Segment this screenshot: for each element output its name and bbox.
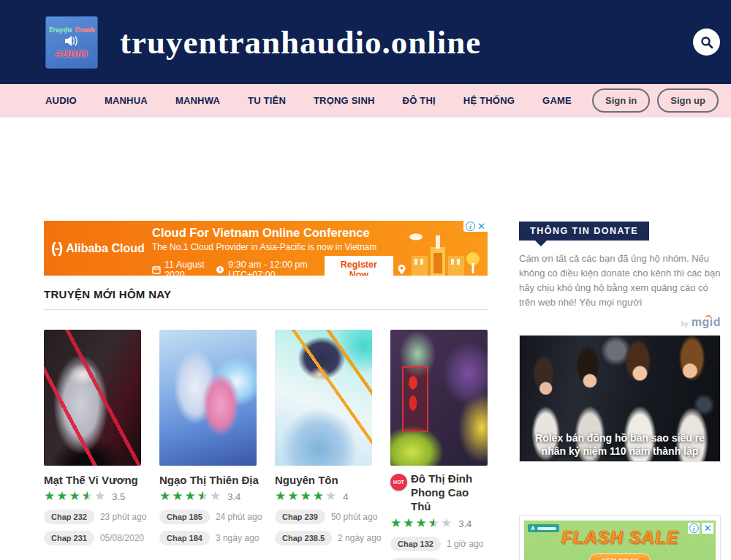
comic-cover[interactable]: [390, 330, 488, 466]
ad-close-icon[interactable]: ✕: [704, 523, 712, 533]
chapter-button[interactable]: Chap 132: [390, 537, 441, 551]
mgid-attribution[interactable]: by mgid: [519, 316, 721, 329]
sidebar: THÔNG TIN DONATE Cám ơn tất cả các bạn đ…: [519, 222, 721, 560]
chapter-button[interactable]: Chap 239: [275, 510, 325, 524]
chapter-time: 23 phút ago: [100, 512, 146, 522]
comic-title[interactable]: Ngạo Thị Thiên Địa: [159, 474, 257, 486]
speaker-icon: [64, 35, 79, 47]
site-header: Truyện Tranh AUDIO truyentranhaudio.onli…: [0, 0, 731, 84]
nav-item-manhwa[interactable]: MANHWA: [175, 95, 220, 106]
comic-grid: Mạt Thế Vi Vương ★★★★★★ 3.5 Chap 232 23 …: [44, 330, 488, 560]
banner-meta-row: 11 August 2020 9:30 am - 12:00 pm UTC+07…: [152, 256, 406, 276]
nav-item-audio[interactable]: AUDIO: [45, 95, 77, 106]
calendar-icon: [152, 265, 161, 274]
banner-brand-name: Alibaba Cloud: [66, 242, 145, 255]
flash-sale-ad[interactable]: A i ✕ FLASH SALE XEM NGAY: [519, 515, 721, 560]
chapter-button[interactable]: Chap 231: [44, 531, 94, 545]
star-rating: ★★★★★★: [390, 517, 453, 530]
comic-title[interactable]: Mạt Thế Vi Vương: [44, 474, 141, 486]
xem-ngay-button[interactable]: XEM NGAY: [589, 553, 650, 560]
chapter-button[interactable]: Chap 232: [44, 510, 94, 524]
comic-cover[interactable]: [44, 330, 141, 466]
comic-card: HOT Đô Thị Đỉnh Phong Cao Thủ ★★★★★★ 3.4…: [390, 330, 488, 560]
banner-title: Cloud For Vietnam Online Conference: [152, 226, 406, 240]
clock-icon: [216, 265, 224, 274]
sign-up-button[interactable]: Sign up: [657, 88, 719, 113]
register-now-button[interactable]: Register Now: [325, 256, 393, 276]
comic-cover[interactable]: [159, 330, 257, 466]
chapter-row: Chap 238.5 2 ngày ago: [275, 531, 372, 545]
alibaba-cloud-icon: (-): [51, 240, 61, 257]
banner-brand: (-) Alibaba Cloud: [44, 221, 152, 276]
native-ad-caption: Rolex bán đồng hồ bản sao siêu rẻ nhân k…: [523, 431, 716, 458]
flash-ad-controls: i ✕: [688, 523, 713, 534]
chapter-button[interactable]: Chap 184: [159, 531, 210, 545]
nav-item-do-thi[interactable]: ĐÔ THỊ: [403, 95, 436, 106]
auth-buttons: Sign in Sign up: [592, 88, 719, 113]
comic-cover[interactable]: [275, 330, 372, 466]
chapter-time: 2 ngày ago: [338, 533, 381, 543]
main-content: i ✕ (-) Alibaba Cloud Cloud For Vietnam …: [44, 221, 488, 560]
chapter-row: Chap 232 23 phút ago: [44, 510, 141, 524]
ad-network-badge: A: [528, 524, 559, 532]
comic-card: Mạt Thế Vi Vương ★★★★★★ 3.5 Chap 232 23 …: [44, 330, 141, 560]
chapter-row: Chap 185 24 phút ago: [159, 510, 257, 524]
chapter-time: 24 phút ago: [216, 512, 262, 522]
mgid-logo: mgid: [692, 316, 721, 328]
adchoices-controls: i ✕: [463, 221, 488, 232]
comic-title[interactable]: Đô Thị Đỉnh Phong Cao Thủ: [411, 472, 488, 513]
rating-value: 3.4: [227, 491, 240, 502]
donate-text: Cám ơn tất cả các bạn đã ủng hộ nhóm. Nế…: [519, 251, 721, 311]
ad-info-icon[interactable]: i: [689, 523, 699, 533]
comic-card: Nguyên Tôn ★★★★★ 4 Chap 239 50 phút ago …: [275, 330, 372, 560]
ad-info-icon[interactable]: i: [466, 222, 475, 231]
rating-value: 4: [343, 491, 348, 502]
chapter-button[interactable]: Chap 238.5: [275, 531, 332, 545]
flash-sale-panel: A i ✕ FLASH SALE XEM NGAY: [524, 521, 716, 560]
site-title: truyentranhaudio.online: [120, 23, 481, 61]
logo-text-top: Truyện Tranh: [48, 25, 95, 34]
nav-item-tu-tien[interactable]: TU TIÊN: [248, 95, 286, 106]
nav-items: AUDIO MANHUA MANHWA TU TIÊN TRỌNG SINH Đ…: [45, 95, 572, 106]
hot-badge: HOT: [390, 474, 407, 491]
section-divider: [44, 309, 488, 310]
chapter-time: 50 phút ago: [331, 512, 377, 522]
comic-title-row: HOT Đô Thị Đỉnh Phong Cao Thủ: [390, 472, 488, 513]
sign-in-button[interactable]: Sign in: [592, 88, 650, 113]
rating-value: 3.4: [458, 518, 471, 529]
location-pin-icon: [398, 265, 406, 275]
comic-title[interactable]: Nguyên Tôn: [275, 474, 372, 486]
banner-time: 9:30 am - 12:00 pm UTC+07:00: [228, 260, 312, 276]
star-rating: ★★★★★★: [159, 490, 222, 503]
nav-item-manhua[interactable]: MANHUA: [105, 95, 148, 106]
banner-date: 11 August 2020: [164, 260, 205, 276]
chapter-row: Chap 231 05/08/2020: [44, 531, 141, 545]
chapter-row: Chap 239 50 phút ago: [275, 510, 372, 524]
chapter-row: Chap 184 3 ngày ago: [159, 531, 257, 545]
section-title: TRUYỆN MỚI HÔM NAY: [44, 288, 488, 300]
rating-value: 3.5: [112, 491, 125, 502]
nav-item-he-thong[interactable]: HỆ THỐNG: [463, 95, 515, 106]
nav-item-trong-sinh[interactable]: TRỌNG SINH: [314, 95, 375, 106]
chapter-time: 05/08/2020: [100, 533, 144, 543]
star-rating: ★★★★★★: [44, 490, 107, 503]
rating-row: ★★★★★★ 3.5: [44, 490, 141, 503]
banner-ad[interactable]: i ✕ (-) Alibaba Cloud Cloud For Vietnam …: [44, 221, 488, 276]
mgid-by-label: by: [681, 320, 689, 328]
chapter-button[interactable]: Chap 185: [159, 510, 210, 524]
donate-heading: THÔNG TIN DONATE: [519, 222, 649, 241]
rating-row: ★★★★★★ 3.4: [390, 517, 488, 530]
ad-close-icon[interactable]: ✕: [477, 222, 485, 231]
nav-item-game[interactable]: GAME: [542, 95, 572, 106]
chapter-row: Chap 132 1 giờ ago: [390, 537, 488, 551]
site-logo[interactable]: Truyện Tranh AUDIO: [45, 16, 98, 69]
native-ad[interactable]: Rolex bán đồng hồ bản sao siêu rẻ nhân k…: [519, 335, 721, 462]
chapter-time: 1 giờ ago: [447, 539, 484, 549]
banner-main: Cloud For Vietnam Online Conference The …: [152, 221, 406, 276]
logo-text-audio: AUDIO: [56, 48, 88, 59]
page: Truyện Tranh AUDIO truyentranhaudio.onli…: [0, 0, 731, 560]
rating-row: ★★★★★ 4: [275, 490, 372, 503]
search-button[interactable]: [693, 29, 720, 56]
rating-row: ★★★★★★ 3.4: [159, 490, 257, 503]
star-rating: ★★★★★: [275, 490, 338, 503]
